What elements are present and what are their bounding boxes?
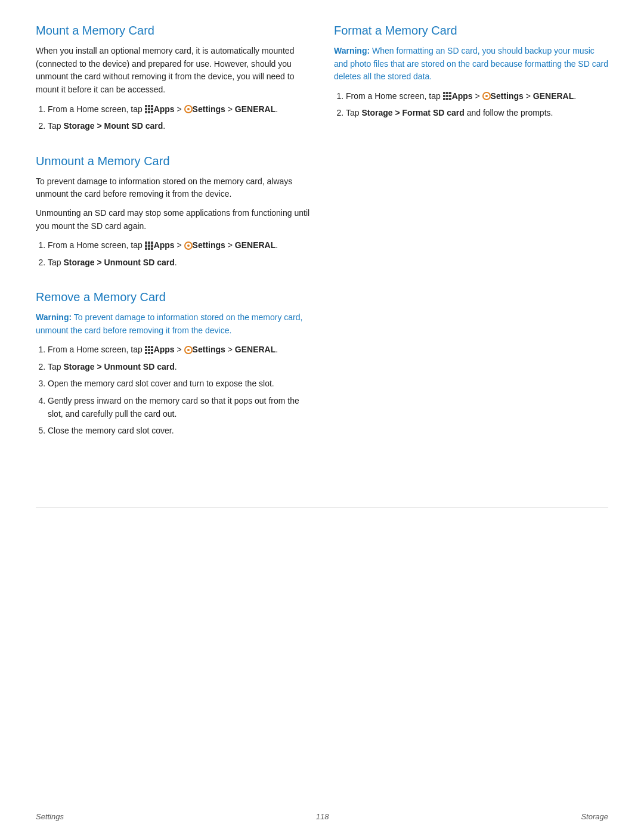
unmount-body1: To prevent damage to information stored …	[36, 175, 310, 201]
settings-icon	[184, 346, 193, 354]
format-steps-list: From a Home screen, tap Apps > Settings …	[334, 89, 608, 120]
format-section: Format a Memory Card Warning: When forma…	[334, 24, 608, 120]
apps-label: Apps	[154, 345, 175, 354]
remove-warning: Warning: To prevent damage to informatio…	[36, 311, 310, 337]
apps-label: Apps	[452, 91, 473, 101]
mount-step-2-bold: Storage > Mount SD card	[63, 121, 163, 131]
format-warning: Warning: When formatting an SD card, you…	[334, 45, 608, 83]
unmount-title: Unmount a Memory Card	[36, 154, 310, 168]
mount-body: When you install an optional memory card…	[36, 45, 310, 97]
format-step-2: Tap Storage > Format SD card and follow …	[346, 106, 608, 119]
remove-step-2: Tap Storage > Unmount SD card.	[48, 360, 310, 373]
remove-step-5: Close the memory card slot cover.	[48, 424, 310, 437]
remove-step-1: From a Home screen, tap Apps > Settings …	[48, 343, 310, 356]
apps-icon	[443, 92, 451, 100]
footer-left: Settings	[36, 812, 64, 821]
apps-icon	[145, 346, 153, 354]
settings-icon	[184, 241, 193, 250]
apps-label: Apps	[154, 240, 175, 250]
mount-step-1: From a Home screen, tap Apps > Settings …	[48, 103, 310, 116]
remove-section: Remove a Memory Card Warning: To prevent…	[36, 290, 310, 438]
format-step-2-bold: Storage > Format SD card	[361, 108, 464, 117]
mount-title: Mount a Memory Card	[36, 24, 310, 38]
mount-section: Mount a Memory Card When you install an …	[36, 24, 310, 133]
unmount-steps-list: From a Home screen, tap Apps > Settings …	[36, 239, 310, 269]
left-column: Mount a Memory Card When you install an …	[36, 24, 310, 459]
unmount-body2: Unmounting an SD card may stop some appl…	[36, 207, 310, 233]
warning-label: Warning:	[36, 312, 72, 322]
footer-center: 118	[316, 812, 329, 821]
settings-label: Settings	[491, 91, 524, 101]
apps-label: Apps	[154, 104, 175, 114]
unmount-section: Unmount a Memory Card To prevent damage …	[36, 154, 310, 270]
format-title: Format a Memory Card	[334, 24, 608, 38]
mount-step-2: Tap Storage > Mount SD card.	[48, 119, 310, 132]
footer-divider	[36, 507, 608, 507]
unmount-step-1: From a Home screen, tap Apps > Settings …	[48, 239, 310, 252]
remove-step-4: Gently press inward on the memory card s…	[48, 394, 310, 421]
footer: Settings 118 Storage	[0, 812, 644, 821]
remove-warning-text: To prevent damage to information stored …	[36, 312, 302, 335]
remove-steps-list: From a Home screen, tap Apps > Settings …	[36, 343, 310, 437]
remove-step-3: Open the memory card slot cover and turn…	[48, 377, 310, 390]
settings-icon	[482, 92, 491, 100]
mount-steps-list: From a Home screen, tap Apps > Settings …	[36, 103, 310, 133]
settings-label: Settings	[193, 104, 225, 114]
remove-step-2-bold: Storage > Unmount SD card	[63, 362, 174, 371]
apps-icon	[145, 241, 153, 250]
remove-title: Remove a Memory Card	[36, 290, 310, 304]
settings-label: Settings	[193, 240, 225, 250]
unmount-step-2: Tap Storage > Unmount SD card.	[48, 256, 310, 269]
format-step-1: From a Home screen, tap Apps > Settings …	[346, 89, 608, 103]
format-warning-label: Warning:	[334, 46, 370, 55]
apps-icon	[145, 105, 153, 113]
right-column: Format a Memory Card Warning: When forma…	[334, 24, 608, 459]
settings-icon	[184, 105, 193, 113]
unmount-step-2-bold: Storage > Unmount SD card	[63, 258, 174, 267]
footer-right: Storage	[581, 812, 608, 821]
format-warning-text: When formatting an SD card, you should b…	[334, 46, 608, 81]
settings-label: Settings	[193, 345, 225, 354]
